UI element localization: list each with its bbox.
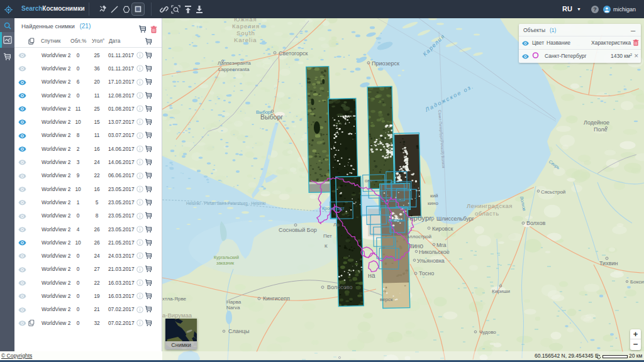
svg-text:Karelia: Karelia	[234, 36, 257, 43]
svg-text:верск: верск	[380, 297, 393, 302]
svg-text:Мга: Мга	[436, 242, 447, 248]
svg-text:ого: ого	[365, 178, 372, 184]
svg-text:Тихвин: Тихвин	[599, 260, 618, 266]
svg-text:область: область	[475, 210, 499, 217]
svg-text:Волхов: Волхов	[526, 220, 545, 226]
svg-text:заказник: заказник	[216, 261, 235, 265]
svg-text:К: К	[325, 243, 328, 249]
svg-text:Кингисепп: Кингисепп	[263, 295, 290, 302]
svg-text:Сясьстрой: Сясьстрой	[541, 189, 565, 195]
svg-text:Кировск: Кировск	[432, 226, 453, 232]
svg-text:Кириши: Кириши	[492, 288, 510, 294]
svg-text:South: South	[236, 30, 255, 36]
svg-text:тербург,: тербург,	[406, 214, 433, 222]
svg-text:Lappeenranta: Lappeenranta	[218, 67, 250, 72]
svg-text:Лодейное: Лодейное	[584, 119, 609, 126]
svg-text:Никольское: Никольское	[419, 249, 450, 255]
svg-text:Пет: Пет	[323, 233, 332, 239]
svg-text:Нарва: Нарва	[226, 299, 242, 305]
svg-text:Чудово: Чудово	[479, 329, 496, 335]
svg-text:кий: кий	[430, 193, 438, 199]
svg-text:Кургальский: Кургальский	[214, 255, 239, 260]
svg-text:на: на	[368, 272, 375, 279]
svg-text:хтла-Ярве: хтла-Ярве	[162, 296, 187, 302]
svg-text:Сланцы: Сланцы	[228, 328, 249, 334]
svg-text:таллострой: таллострой	[404, 234, 431, 239]
svg-text:кино: кино	[428, 200, 438, 206]
svg-text:Narva: Narva	[226, 305, 240, 310]
svg-text:а-Вирумаа: а-Вирумаа	[162, 312, 192, 319]
svg-text:Поле: Поле	[594, 126, 608, 133]
svg-text:Шлиссельбург: Шлиссельбург	[436, 216, 475, 222]
svg-text:Сосновый Бор: Сосновый Бор	[279, 227, 317, 233]
svg-text:Кронштадт: Кронштадт	[322, 206, 345, 211]
svg-text:Helsinki - Pietari Saint-Peter: Helsinki - Pietari Saint-Petersburg - He…	[186, 201, 265, 206]
svg-text:Приозерск: Приозерск	[372, 60, 399, 67]
svg-text:Ло: Ло	[333, 222, 340, 228]
svg-text:Ленинградская: Ленинградская	[467, 202, 513, 209]
svg-text:Ульяновка: Ульяновка	[417, 258, 445, 264]
svg-text:Бокси: Бокси	[630, 279, 644, 285]
svg-text:Волосово: Волосово	[327, 284, 352, 290]
svg-text:Тосно: Тосно	[419, 270, 434, 277]
svg-text:Южная: Южная	[234, 18, 257, 23]
svg-text:Выборг: Выборг	[260, 113, 283, 121]
svg-text:Карелия: Карелия	[232, 23, 260, 30]
svg-text:Лаппеэнранта: Лаппеэнранта	[218, 60, 251, 66]
svg-text:Светогорск: Светогорск	[279, 50, 308, 57]
